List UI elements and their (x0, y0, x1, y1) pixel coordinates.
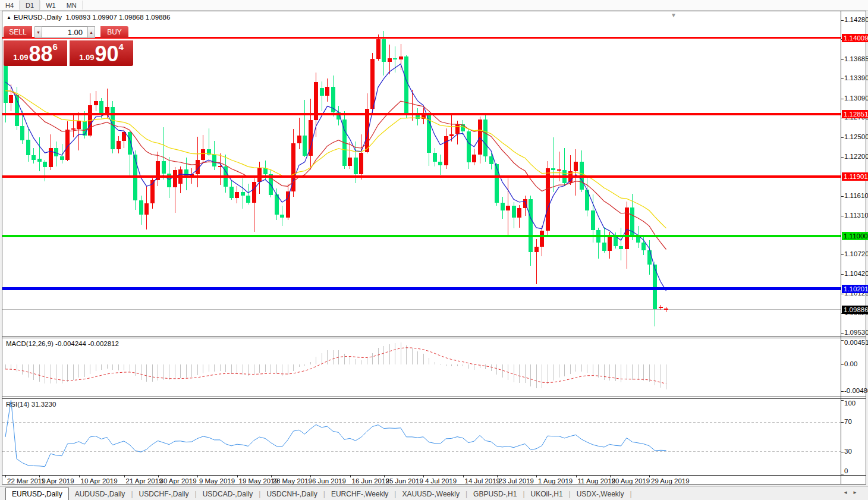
price-axis[interactable] (841, 11, 841, 484)
sell-price-big: 88 (29, 43, 52, 65)
date-tick-label: 6 Jun 2019 (312, 477, 346, 485)
date-axis-tick (423, 476, 424, 477)
price-level-badge: 1.11901 (842, 172, 868, 181)
tab-scroll-right-button[interactable]: ► (853, 490, 862, 495)
price-axis-tick (841, 20, 844, 21)
symbol-tab-audusd-daily[interactable]: AUDUSD-,Daily (69, 488, 131, 500)
date-axis-tick (463, 476, 464, 477)
spin-down-icon: ▼ (36, 30, 40, 34)
macd-chart-canvas[interactable] (2, 338, 841, 397)
date-axis-tick (124, 476, 125, 477)
date-tick-label: 4 Jul 2019 (425, 477, 457, 485)
sell-price-pip: 6 (53, 42, 58, 52)
rsi-axis-tick (841, 452, 844, 452)
date-tick-label: 29 Aug 2019 (651, 477, 690, 485)
collapse-subwindow-icon[interactable]: ▲ (7, 15, 11, 20)
date-tick-label: 11 Aug 2019 (578, 477, 616, 485)
price-tick-label: 1.10720 (844, 250, 868, 257)
date-tick-label: 16 Jun 2019 (352, 477, 389, 485)
timeframe-button-d1[interactable]: D1 (20, 0, 40, 10)
price-tick-label: 1.11610 (844, 192, 868, 199)
chart-title: ▲EURUSD-,Daily 1.09893 1.09907 1.09868 1… (7, 14, 170, 21)
price-axis-tick (841, 333, 844, 334)
symbol-tab-usdx-weekly[interactable]: USDX-,Weekly (571, 488, 630, 500)
chart-symbol-period: EURUSD-,Daily (14, 14, 62, 21)
date-tick-label: 22 Mar 2019 (7, 477, 46, 485)
rsi-tick-label: 70 (844, 418, 852, 425)
rsi-axis-tick (841, 474, 844, 474)
macd-axis-tick (841, 340, 844, 341)
date-tick-label: 14 Jul 2019 (465, 477, 500, 485)
date-tick-label: 25 Jun 2019 (386, 477, 423, 485)
horizontal-level-line (2, 287, 841, 290)
timeframe-button-mn[interactable]: MN (61, 0, 82, 10)
current-price-badge: 1.09886 (842, 306, 868, 314)
rsi-line (5, 400, 666, 467)
date-axis-tick (649, 476, 650, 477)
price-level-badge: 1.12851 (842, 110, 868, 118)
date-tick-label: 1 Aug 2019 (538, 477, 573, 485)
price-axis-tick (841, 294, 844, 294)
date-axis-tick (536, 476, 537, 477)
price-tick-label: 1.13390 (844, 74, 868, 81)
symbol-tab-xauusd-weekly[interactable]: XAUUSD-,Weekly (396, 488, 465, 500)
tab-separator: | (630, 490, 632, 500)
date-axis-tick (350, 476, 351, 477)
rsi-tick-label: 100 (844, 400, 856, 407)
price-tick-label: 1.11310 (844, 212, 868, 219)
buy-price-big: 90 (95, 43, 118, 65)
buy-price-display[interactable]: 1.09904 (70, 40, 133, 66)
price-axis-tick (841, 216, 844, 216)
rsi-tick-label: 0 (844, 467, 848, 474)
date-axis-tick (576, 476, 577, 477)
chart-window: ▲EURUSD-,Daily 1.09893 1.09907 1.09868 1… (2, 11, 866, 485)
date-axis-tick (158, 476, 159, 477)
rsi-axis-tick (841, 422, 844, 423)
horizontal-level-line (2, 175, 841, 178)
volume-decrease-button[interactable]: ▼ (34, 26, 42, 38)
sell-price-display[interactable]: 1.09886 (4, 40, 67, 66)
symbol-tab-usdcad-daily[interactable]: USDCAD-,Daily (197, 488, 259, 500)
price-level-badge: 1.14009 (842, 34, 868, 42)
toolbar-separator (82, 1, 83, 10)
date-tick-label: 1 Apr 2019 (41, 477, 74, 485)
symbol-tab-ukoil-h1[interactable]: UKOil-,H1 (525, 488, 569, 500)
trading-terminal: H4D1W1MN ▲EURUSD-,Daily 1.09893 1.09907 … (0, 0, 868, 500)
date-axis[interactable] (2, 475, 866, 476)
volume-increase-button[interactable]: ▲ (87, 26, 95, 38)
price-tick-label: 1.13685 (844, 55, 868, 62)
date-axis-tick (237, 476, 238, 477)
price-tick-label: 1.12200 (844, 153, 868, 160)
date-tick-label: 9 May 2019 (199, 477, 235, 485)
date-axis-tick (271, 476, 272, 477)
date-axis-tick (5, 476, 6, 477)
date-axis-tick (497, 476, 498, 477)
chart-scroll-marker-icon[interactable]: ▼ (671, 12, 677, 18)
symbol-tab-usdcnh-daily[interactable]: USDCNH-,Daily (260, 488, 323, 500)
buy-button[interactable]: BUY (100, 26, 128, 38)
date-axis-tick (310, 476, 311, 477)
price-axis-tick (841, 99, 844, 99)
timeframe-button-w1[interactable]: W1 (40, 0, 61, 10)
date-tick-label: 10 Apr 2019 (81, 477, 118, 485)
price-axis-tick (841, 254, 844, 255)
date-axis-tick (79, 476, 80, 477)
symbol-tab-eurchf-weekly[interactable]: EURCHF-,Weekly (325, 488, 394, 500)
symbol-tab-gbpusd-h1[interactable]: GBPUSD-,H1 (467, 488, 523, 500)
date-axis-tick (197, 476, 198, 477)
tab-scroll-left-button[interactable]: ◄ (843, 490, 853, 495)
price-axis-tick (841, 59, 844, 60)
date-tick-label: 23 Jul 2019 (499, 477, 534, 485)
macd-tick-label: -0.004800 (844, 387, 868, 394)
date-tick-label: 28 May 2019 (273, 477, 313, 485)
macd-label: MACD(12,26,9) -0.004244 -0.002812 (6, 340, 119, 347)
symbol-tab-usdchf-daily[interactable]: USDCHF-,Daily (133, 488, 195, 500)
horizontal-level-line (2, 235, 841, 237)
rsi-chart-canvas[interactable] (2, 399, 841, 475)
timeframe-button-h4[interactable]: H4 (0, 0, 19, 10)
sell-button[interactable]: SELL (4, 26, 32, 38)
symbol-tab-eurusd-daily[interactable]: EURUSD-,Daily (5, 488, 69, 500)
price-level-badge: 1.11000 (842, 232, 868, 240)
chart-ohlc-values: 1.09893 1.09907 1.09868 1.09886 (65, 14, 170, 21)
volume-input[interactable]: 1.00 (42, 26, 87, 38)
